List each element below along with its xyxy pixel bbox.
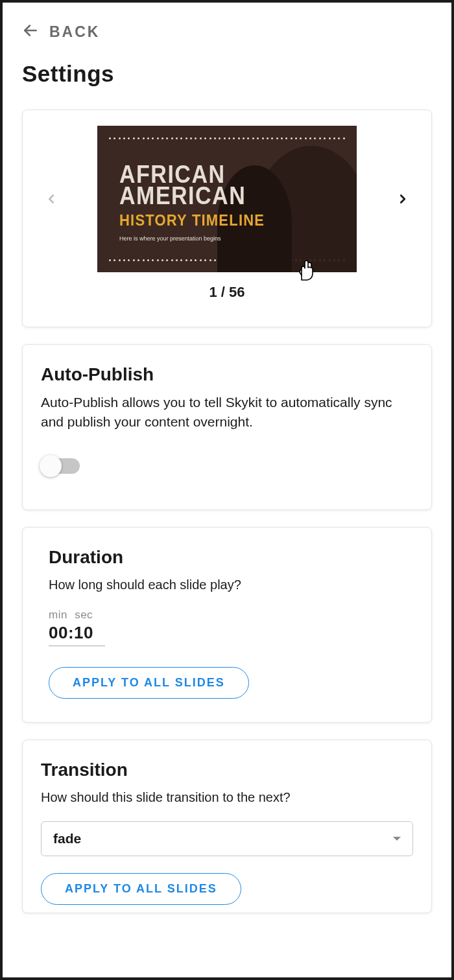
auto-publish-toggle[interactable] — [41, 458, 80, 474]
page-title: Settings — [22, 61, 432, 87]
apply-transition-button[interactable]: APPLY TO ALL SLIDES — [41, 873, 241, 905]
slide-preview-card: AFRICAN AMERICAN HISTORY TIMELINE Here i… — [22, 110, 432, 327]
chevron-down-icon — [393, 837, 401, 841]
slide-thumbnail[interactable]: AFRICAN AMERICAN HISTORY TIMELINE Here i… — [97, 126, 357, 272]
auto-publish-card: Auto-Publish Auto-Publish allows you to … — [22, 344, 432, 510]
duration-card: Duration How long should each slide play… — [22, 527, 432, 723]
transition-select[interactable]: fade — [41, 821, 413, 856]
duration-input[interactable]: 00:10 — [49, 623, 105, 646]
slide-title-line3: HISTORY TIMELINE — [119, 211, 265, 229]
next-slide-button[interactable] — [390, 186, 416, 212]
transition-description: How should this slide transition to the … — [41, 788, 413, 807]
apply-duration-button[interactable]: APPLY TO ALL SLIDES — [49, 667, 249, 699]
transition-card: Transition How should this slide transit… — [22, 740, 432, 913]
slide-subtitle: Here is where your presentation begins — [119, 235, 265, 242]
prev-slide-button[interactable] — [38, 186, 64, 212]
slide-title-line2: AMERICAN — [119, 183, 265, 208]
chevron-left-icon — [44, 187, 58, 211]
auto-publish-description: Auto-Publish allows you to tell Skykit t… — [41, 393, 413, 432]
transition-title: Transition — [41, 760, 413, 780]
slide-counter: 1 / 56 — [38, 284, 416, 301]
duration-title: Duration — [49, 547, 405, 568]
back-label: BACK — [49, 23, 100, 41]
back-button[interactable]: BACK — [22, 22, 432, 41]
duration-description: How long should each slide play? — [49, 576, 405, 594]
auto-publish-title: Auto-Publish — [41, 364, 413, 385]
transition-value: fade — [53, 831, 81, 846]
arrow-left-icon — [22, 22, 39, 41]
duration-unit-labels: min sec — [49, 609, 405, 622]
chevron-right-icon — [396, 187, 410, 211]
